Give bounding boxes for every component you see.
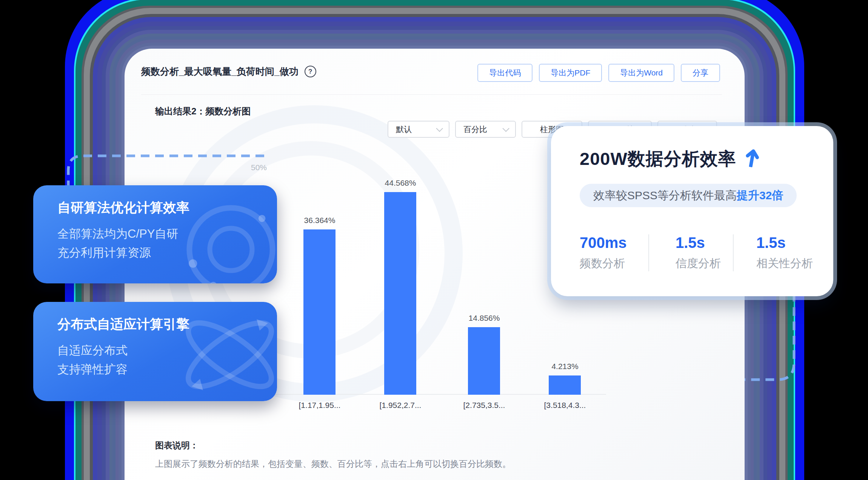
chart-notes-body: 上图展示了频数分析的结果，包括变量、频数、百分比等，点击右上角可以切换百分比频数… xyxy=(155,458,627,470)
section-heading: 输出结果2：频数分析图 xyxy=(155,105,251,117)
style-select[interactable]: 默认 xyxy=(388,121,449,138)
promo-line: 支持弹性扩容 xyxy=(57,360,128,379)
export-pdf-button[interactable]: 导出为PDF xyxy=(539,64,602,82)
bar[interactable] xyxy=(303,229,336,395)
promo-card-title: 分布式自适应计算引擎 xyxy=(57,315,189,333)
stat-value: 1.5s xyxy=(756,234,814,251)
highlight-emphasis: 提升32倍 xyxy=(737,188,783,203)
stat-label: 频数分析 xyxy=(580,256,648,271)
export-toolbar: 导出代码 导出为PDF 导出为Word 分享 xyxy=(477,64,720,82)
metric-select-value: 百分比 xyxy=(463,124,487,135)
x-tick-label: [1.952,2.7... xyxy=(368,401,432,410)
promo-card-body: 自适应分布式 支持弹性扩容 xyxy=(57,341,128,379)
bar-value-label: 14.856% xyxy=(452,314,516,323)
bar-value-label: 36.364% xyxy=(288,216,352,225)
screenshot-stage: 频数分析_最大吸氧量_负荷时间_做功 ? 导出代码 导出为PDF 导出为Word… xyxy=(0,0,868,480)
up-arrow-icon xyxy=(744,148,760,168)
bar-column: 44.568%[1.952,2.7... xyxy=(368,168,432,395)
report-title-row: 频数分析_最大吸氧量_负荷时间_做功 ? xyxy=(141,65,316,78)
highlight-prefix: 效率较SPSS等分析软件最高 xyxy=(593,188,737,203)
chevron-down-icon xyxy=(502,125,509,132)
bar-column: 36.364%[1.17,1.95... xyxy=(288,168,352,395)
bar-column: 14.856%[2.735,3.5... xyxy=(452,168,516,395)
export-code-button[interactable]: 导出代码 xyxy=(477,64,532,82)
header-divider xyxy=(141,94,722,95)
help-icon[interactable]: ? xyxy=(305,66,316,77)
chart-notes: 图表说明： 上图展示了频数分析的结果，包括变量、频数、百分比等，点击右上角可以切… xyxy=(155,440,627,470)
bar[interactable] xyxy=(468,327,500,395)
performance-stats-card: 200W数据分析效率 效率较SPSS等分析软件最高 提升32倍 700ms 频数… xyxy=(551,126,833,296)
stats-card-title-row: 200W数据分析效率 xyxy=(580,147,814,171)
algorithm-promo-card: 自研算法优化计算效率 全部算法均为C/PY自研 充分利用计算资源 xyxy=(33,185,277,283)
style-select-value: 默认 xyxy=(396,124,412,135)
promo-line: 充分利用计算资源 xyxy=(57,243,178,262)
promo-card-body: 全部算法均为C/PY自研 充分利用计算资源 xyxy=(57,225,178,262)
stat-item: 700ms 频数分析 xyxy=(580,234,648,271)
x-tick-label: [1.17,1.95... xyxy=(288,401,352,410)
metric-select[interactable]: 百分比 xyxy=(455,121,516,138)
x-tick-label: [3.518,4.3... xyxy=(533,401,597,410)
promo-line: 自适应分布式 xyxy=(57,341,128,360)
x-tick-label: [2.735,3.5... xyxy=(452,401,516,410)
engine-promo-card: 分布式自适应计算引擎 自适应分布式 支持弹性扩容 xyxy=(33,302,277,401)
stat-value: 1.5s xyxy=(676,234,733,251)
chevron-down-icon xyxy=(436,125,443,132)
stat-item: 1.5s 相关性分析 xyxy=(733,234,814,271)
promo-line: 全部算法均为C/PY自研 xyxy=(57,225,178,243)
stat-value: 700ms xyxy=(580,234,648,251)
efficiency-highlight-pill: 效率较SPSS等分析软件最高 提升32倍 xyxy=(580,184,797,207)
stat-label: 信度分析 xyxy=(676,256,733,271)
bar-value-label: 4.213% xyxy=(533,362,597,371)
stat-item: 1.5s 信度分析 xyxy=(648,234,733,271)
bar[interactable] xyxy=(384,192,416,395)
page-title: 频数分析_最大吸氧量_负荷时间_做功 xyxy=(141,65,299,78)
share-button[interactable]: 分享 xyxy=(681,64,720,82)
bar-value-label: 44.568% xyxy=(368,178,432,188)
chart-notes-title: 图表说明： xyxy=(155,440,627,451)
stats-card-title: 200W数据分析效率 xyxy=(580,147,736,171)
stat-label: 相关性分析 xyxy=(756,256,814,271)
orbit-icon xyxy=(178,197,277,283)
y-axis-tick-label: 50% xyxy=(251,163,267,172)
export-word-button[interactable]: 导出为Word xyxy=(608,64,674,82)
stats-row: 700ms 频数分析 1.5s 信度分析 1.5s 相关性分析 xyxy=(580,234,814,271)
bar[interactable] xyxy=(549,375,581,395)
promo-card-title: 自研算法优化计算效率 xyxy=(57,199,189,217)
